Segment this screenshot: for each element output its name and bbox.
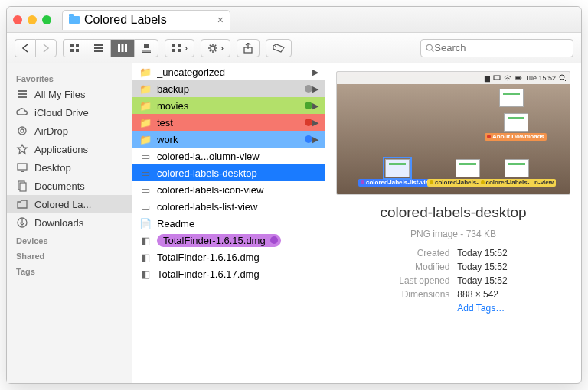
action-button[interactable] <box>201 39 230 57</box>
window-tab[interactable]: Colored Labels × <box>62 10 230 30</box>
desktop-icon <box>16 161 28 174</box>
preview-time: Tue 15:52 <box>525 74 556 82</box>
back-button[interactable] <box>15 39 35 57</box>
list-view-button[interactable] <box>87 39 110 57</box>
svg-point-32 <box>507 80 508 81</box>
folder-icon: 📁 <box>139 134 152 145</box>
chevron-right-icon: ▶ <box>312 84 318 94</box>
svg-rect-35 <box>521 77 521 78</box>
toolbar <box>7 33 581 63</box>
list-item[interactable]: 📁_uncategorized▶ <box>132 63 325 80</box>
svg-rect-10 <box>144 44 149 48</box>
list-item[interactable]: ◧TotalFinder-1.6.17.dmg <box>132 265 325 282</box>
svg-rect-15 <box>172 49 175 52</box>
image-icon: ▭ <box>139 184 152 196</box>
svg-point-25 <box>21 129 24 132</box>
column-view-button[interactable] <box>110 39 134 57</box>
svg-point-19 <box>275 46 276 47</box>
body: Favorites All My FilesiCloud DriveAirDro… <box>7 63 581 383</box>
sidebar-item-folder[interactable]: Colored La... <box>7 195 132 213</box>
folder-icon: 📁 <box>139 117 152 128</box>
item-label: colored-labels-list-view <box>157 201 318 213</box>
svg-rect-7 <box>118 44 120 52</box>
list-item[interactable]: 📁work▶ <box>132 131 325 148</box>
svg-rect-23 <box>18 96 27 98</box>
tags-button[interactable] <box>266 39 292 57</box>
sidebar-item-label: Applications <box>34 144 88 155</box>
svg-rect-26 <box>18 164 27 170</box>
close-icon[interactable] <box>13 15 22 24</box>
nav-seg <box>15 39 57 57</box>
search-field[interactable] <box>420 39 573 57</box>
created-value: Today 15:52 <box>454 247 510 259</box>
disk-image-icon: ◧ <box>139 252 152 263</box>
sidebar-item-downloads[interactable]: Downloads <box>7 213 132 232</box>
chevron-right-icon: ▶ <box>312 118 318 128</box>
preview-column: ▆ Tue 15:52 About Downloads <box>325 63 581 383</box>
icloud-icon <box>16 106 28 119</box>
item-label: TotalFinder-1.6.15.dmg <box>163 235 266 246</box>
sidebar-item-desktop[interactable]: Desktop <box>7 158 132 177</box>
arrange-button[interactable] <box>165 39 194 57</box>
item-label: colored-la...olumn-view <box>157 151 318 162</box>
zoom-icon[interactable] <box>42 15 51 24</box>
list-item[interactable]: 📁test▶ <box>132 114 325 131</box>
forward-button[interactable] <box>35 39 57 57</box>
sidebar-item-airdrop[interactable]: AirDrop <box>7 122 132 140</box>
list-item[interactable]: ▭colored-labels-list-view <box>132 198 325 215</box>
view-seg <box>63 39 158 57</box>
item-label: test <box>157 117 302 128</box>
list-item[interactable]: 📁movies▶ <box>132 97 325 114</box>
folder-icon <box>69 16 80 24</box>
svg-point-24 <box>18 127 26 135</box>
svg-point-36 <box>560 75 564 80</box>
preview-menubar: ▆ Tue 15:52 <box>337 72 570 84</box>
close-tab-icon[interactable]: × <box>217 14 224 26</box>
icon-view-button[interactable] <box>63 39 87 57</box>
add-tags-link[interactable]: Add Tags… <box>454 302 510 314</box>
coverflow-view-button[interactable] <box>134 39 158 57</box>
list-item[interactable]: ▭colored-labels-desktop <box>132 164 325 181</box>
svg-rect-31 <box>494 76 500 80</box>
tag-dot-icon <box>305 119 312 126</box>
minimize-icon[interactable] <box>28 15 37 24</box>
file-icon: 📄 <box>139 218 152 229</box>
svg-rect-9 <box>125 44 127 52</box>
modified-label: Modified <box>396 261 452 273</box>
image-icon: ▭ <box>139 151 152 162</box>
dimensions-label: Dimensions <box>396 288 452 301</box>
tab-title: Colored Labels <box>84 13 167 27</box>
list-item[interactable]: ▭colored-labels-icon-view <box>132 181 325 198</box>
list-item[interactable]: ◧TotalFinder-1.6.16.dmg <box>132 249 325 265</box>
modified-value: Today 15:52 <box>454 261 510 273</box>
svg-rect-29 <box>20 183 26 191</box>
svg-point-20 <box>426 44 433 50</box>
search-input[interactable] <box>434 42 568 54</box>
sidebar-section-favorites: Favorites <box>7 70 132 85</box>
item-label: TotalFinder-1.6.16.dmg <box>157 252 318 263</box>
preview-filename: colored-labels-desktop <box>336 204 570 221</box>
dimensions-value: 888 × 542 <box>454 288 510 301</box>
titlebar: Colored Labels × <box>7 7 581 33</box>
share-button[interactable] <box>237 39 260 57</box>
battery-icon <box>514 74 522 82</box>
column-1: 📁_uncategorized▶📁backup▶📁movies▶📁test▶📁w… <box>132 63 325 383</box>
opened-value: Today 15:52 <box>454 275 510 287</box>
preview-thumbnail: ▆ Tue 15:52 About Downloads <box>336 71 570 195</box>
list-item[interactable]: ▭colored-la...olumn-view <box>132 148 325 164</box>
list-item[interactable]: ◧TotalFinder-1.6.15.dmg <box>132 232 325 249</box>
sidebar-item-documents[interactable]: Documents <box>7 177 132 195</box>
sidebar-item-applications[interactable]: Applications <box>7 140 132 158</box>
preview-selected-icon: colored-labels-list-view <box>358 159 436 187</box>
svg-rect-6 <box>94 50 103 52</box>
documents-icon <box>16 180 28 192</box>
opened-label: Last opened <box>396 275 452 287</box>
folder-icon <box>16 198 28 210</box>
list-item[interactable]: 📁backup▶ <box>132 80 325 97</box>
finder-window: Colored Labels × Favorites All My Filesi… <box>6 6 582 384</box>
list-item[interactable]: 📄Readme <box>132 215 325 232</box>
sidebar-item-icloud[interactable]: iCloud Drive <box>7 103 132 122</box>
item-label: colored-labels-icon-view <box>157 184 318 196</box>
svg-rect-11 <box>142 50 151 51</box>
sidebar-item-all-my-files[interactable]: All My Files <box>7 85 132 103</box>
